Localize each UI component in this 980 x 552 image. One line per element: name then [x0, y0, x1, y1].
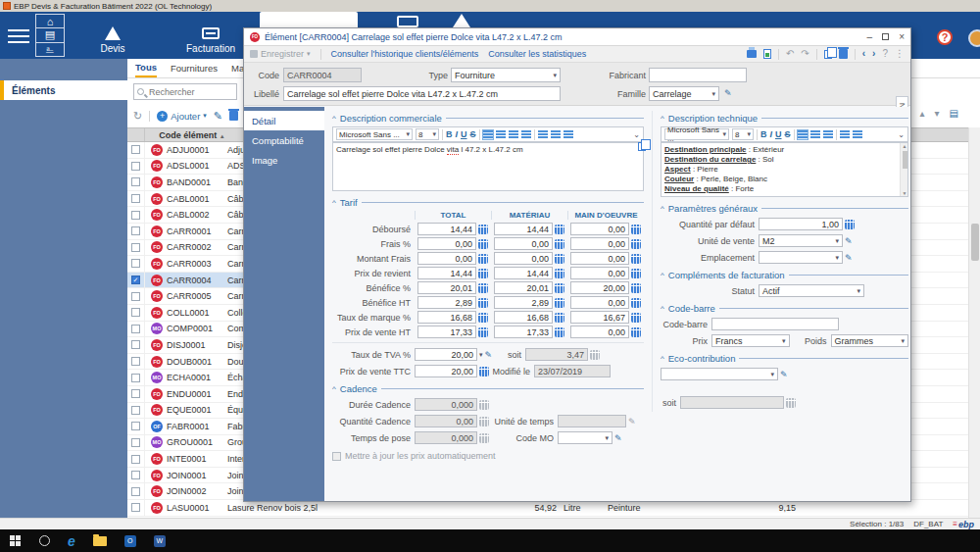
calculator-icon[interactable] — [555, 225, 564, 234]
codebarre-field[interactable] — [711, 318, 839, 330]
calculator-icon[interactable] — [478, 225, 488, 234]
tarif-value-field[interactable]: 0,00 — [417, 252, 476, 265]
list-scrollbar[interactable] — [968, 127, 980, 518]
type-select[interactable]: Fourniture▾ — [451, 68, 561, 82]
search-box[interactable] — [133, 83, 237, 100]
tarif-value-field[interactable]: 20,00 — [570, 281, 629, 294]
tab-comptabilite[interactable]: Comptabilité — [244, 130, 324, 150]
fabricant-field[interactable] — [649, 68, 747, 82]
stats-link[interactable]: Consulter les statistiques — [488, 49, 586, 59]
unit-edit-icon[interactable]: ✎ — [845, 236, 853, 246]
tarif-value-field[interactable]: 0,00 — [417, 237, 476, 250]
start-button-icon[interactable] — [10, 535, 22, 547]
align-left-icon[interactable] — [483, 130, 493, 139]
tarif-value-field[interactable]: 14,44 — [417, 223, 476, 235]
nav-section-devis[interactable]: Devis — [69, 14, 157, 57]
tab-image[interactable]: Image — [244, 150, 324, 170]
calculator-icon[interactable] — [631, 298, 641, 308]
columns-icon[interactable]: ▤ — [950, 108, 958, 119]
copy-description-icon[interactable] — [638, 142, 646, 151]
italic-icon[interactable]: I — [456, 130, 459, 139]
word-icon[interactable]: W — [154, 535, 166, 547]
calculator-icon[interactable] — [631, 283, 641, 293]
row-checkbox[interactable] — [131, 340, 140, 349]
row-checkbox[interactable] — [131, 374, 140, 382]
eco-select[interactable]: ▾ — [661, 368, 778, 380]
row-checkbox[interactable] — [131, 487, 140, 496]
nav-section-facturation[interactable]: Facturation — [167, 14, 255, 57]
calculator-icon[interactable] — [478, 283, 488, 293]
emplacement-edit-icon[interactable]: ✎ — [845, 253, 853, 263]
eco-edit-icon[interactable]: ✎ — [780, 370, 788, 379]
save-button[interactable]: Enregistrer ▾ — [250, 49, 311, 59]
tarif-value-field[interactable]: 17,33 — [494, 326, 553, 338]
tarif-value-field[interactable]: 2,89 — [417, 296, 476, 309]
edge-icon[interactable]: e — [68, 534, 75, 548]
row-checkbox[interactable] — [131, 162, 140, 171]
calculator-icon[interactable] — [631, 225, 641, 234]
row-checkbox[interactable]: ✓ — [131, 276, 140, 284]
calculator-icon[interactable] — [631, 313, 641, 323]
calculator-icon[interactable] — [555, 327, 564, 337]
calculator-icon[interactable] — [478, 313, 488, 323]
tva-field[interactable]: 20,00 — [415, 348, 477, 361]
tarif-value-field[interactable]: 0,00 — [570, 267, 629, 279]
documents-icon[interactable] — [397, 16, 418, 27]
row-checkbox[interactable] — [131, 308, 140, 317]
tarif-value-field[interactable]: 14,44 — [494, 267, 553, 279]
tarif-value-field[interactable]: 17,33 — [417, 326, 476, 338]
calculator-icon[interactable] — [555, 239, 564, 249]
famille-select[interactable]: Carrelage▾ — [649, 86, 719, 101]
famille-edit-icon[interactable]: ✎ — [724, 88, 732, 98]
tarif-value-field[interactable]: 14,44 — [494, 223, 553, 235]
sidebar-item-elements[interactable]: Éléments — [0, 80, 127, 100]
indent-icon[interactable] — [551, 130, 561, 139]
scroll-thumb[interactable] — [971, 224, 979, 261]
row-checkbox[interactable] — [131, 406, 140, 415]
align-center-icon[interactable] — [496, 130, 506, 139]
align-justify-icon[interactable] — [521, 130, 531, 139]
file-explorer-icon[interactable] — [93, 536, 107, 546]
row-checkbox[interactable] — [131, 259, 140, 268]
refresh-icon[interactable]: ↻ — [133, 111, 142, 122]
print-icon[interactable] — [747, 50, 757, 58]
edit-icon[interactable]: ✎ — [214, 111, 222, 122]
previous-icon[interactable]: ‹ — [862, 49, 865, 59]
underline-icon[interactable]: U — [461, 130, 467, 139]
tarif-value-field[interactable]: 16,68 — [494, 311, 553, 324]
row-checkbox[interactable] — [131, 194, 140, 203]
calculator-icon[interactable] — [555, 283, 564, 293]
calculator-icon[interactable] — [555, 254, 564, 264]
tarif-value-field[interactable]: 2,89 — [494, 296, 553, 309]
row-checkbox[interactable] — [131, 177, 140, 186]
row-checkbox[interactable] — [131, 325, 140, 333]
toolbar-expand-icon[interactable]: ⌄ — [898, 130, 905, 139]
libelle-field[interactable]: Carrelage sol effet pierre Dolce vita L4… — [283, 86, 561, 101]
outlook-icon[interactable]: O — [124, 535, 136, 547]
commercial-description-editor[interactable]: Carrelage sol effet pierre Dolce vita l … — [332, 142, 644, 191]
dialog-help-icon[interactable]: ? — [882, 49, 888, 59]
calculator-icon[interactable] — [555, 269, 564, 278]
tab-tous[interactable]: Tous — [135, 59, 157, 77]
toolbar-expand-icon[interactable]: ⌄ — [633, 130, 640, 139]
expand-all-icon[interactable]: ▴ — [919, 108, 924, 119]
italic-icon[interactable]: I — [770, 130, 773, 139]
unit-vente-select[interactable]: M2▾ — [759, 234, 843, 247]
tarif-value-field[interactable]: 0,00 — [494, 252, 553, 265]
code-mo-edit-icon[interactable]: ✎ — [614, 433, 622, 443]
strikethrough-icon[interactable]: S — [785, 130, 791, 139]
export-doc-icon[interactable] — [763, 49, 771, 59]
open-tab-elements[interactable] — [260, 12, 358, 27]
calculator-icon[interactable] — [631, 254, 641, 264]
tarif-value-field[interactable]: 0,00 — [570, 237, 629, 250]
tarif-value-field[interactable]: 0,00 — [570, 326, 629, 338]
indent-icon[interactable] — [853, 130, 862, 139]
align-right-icon[interactable] — [823, 130, 833, 139]
font-select[interactable]: Microsoft Sans ...▾ — [664, 128, 729, 140]
home-icon[interactable]: ⌂ — [36, 15, 64, 28]
close-icon[interactable]: × — [899, 32, 905, 42]
tarif-value-field[interactable]: 14,44 — [417, 267, 476, 279]
more-icon[interactable]: ⋮ — [895, 49, 905, 59]
column-code-element[interactable]: Code élément ▲ — [145, 130, 239, 140]
code-mo-select[interactable]: ▾ — [558, 431, 612, 444]
